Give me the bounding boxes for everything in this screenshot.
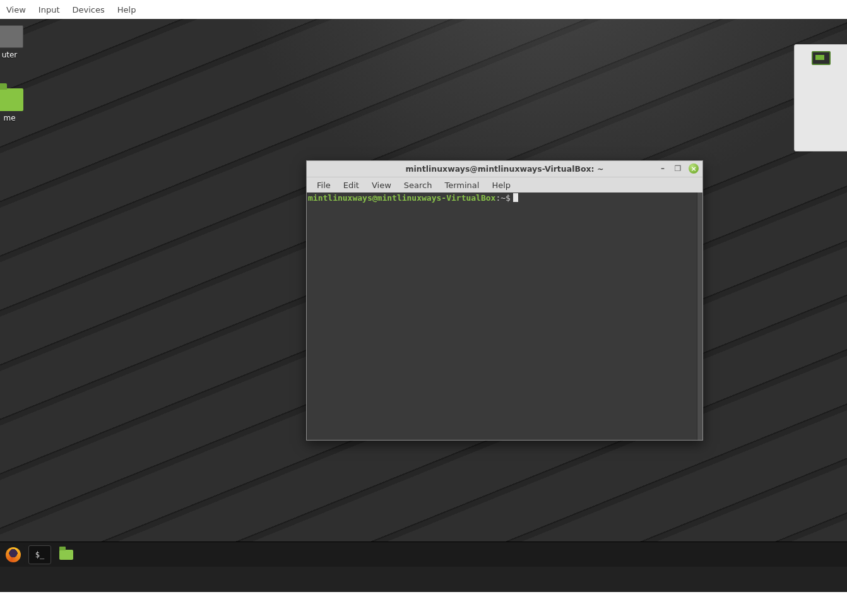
desktop-icon-home-label: me [0, 114, 38, 122]
terminal-menu-search[interactable]: Search [398, 181, 439, 190]
close-button[interactable]: × [689, 163, 699, 174]
desktop-icon-computer-label: uter [0, 50, 38, 59]
prompt-user: mintlinuxways [308, 193, 372, 203]
files-icon [59, 550, 73, 560]
terminal-prompt: mintlinuxways@mintlinuxways-VirtualBox:~… [308, 192, 701, 204]
computer-icon [0, 25, 23, 48]
guest-desktop[interactable]: uter me mintlinuxways@mintlinuxways-Virt… [0, 19, 847, 567]
terminal-scrollbar[interactable] [697, 192, 702, 440]
host-window-bottom-strip [0, 592, 847, 616]
virtualbox-host-menubar: View Input Devices Help [0, 0, 847, 19]
vbox-menu-help[interactable]: Help [111, 5, 143, 15]
panel-launcher-files[interactable] [55, 545, 78, 564]
panel-launcher-firefox[interactable] [2, 545, 25, 564]
prompt-host: mintlinuxways-VirtualBox [377, 193, 496, 203]
terminal-menu-help[interactable]: Help [485, 181, 517, 190]
vm-preview-icon[interactable] [812, 51, 831, 65]
minimize-button[interactable]: – [658, 164, 667, 173]
vbox-menu-view[interactable]: View [0, 5, 32, 15]
terminal-menu-edit[interactable]: Edit [337, 181, 365, 190]
virtualbox-side-toolbar[interactable] [794, 44, 847, 151]
terminal-menu-view[interactable]: View [365, 181, 398, 190]
terminal-menubar: File Edit View Search Terminal Help [307, 177, 702, 192]
terminal-title: mintlinuxways@mintlinuxways-VirtualBox: … [406, 164, 604, 174]
terminal-icon: $_ [35, 550, 44, 559]
prompt-at-symbol: @ [372, 193, 377, 203]
terminal-menu-terminal[interactable]: Terminal [438, 181, 485, 190]
home-folder-icon [0, 88, 23, 111]
terminal-window[interactable]: mintlinuxways@mintlinuxways-VirtualBox: … [306, 160, 703, 441]
maximize-button[interactable]: ❐ [673, 164, 682, 173]
vbox-menu-devices[interactable]: Devices [66, 5, 111, 15]
desktop-icon-computer[interactable]: uter [0, 25, 38, 59]
firefox-icon [6, 547, 21, 562]
terminal-titlebar[interactable]: mintlinuxways@mintlinuxways-VirtualBox: … [307, 161, 702, 177]
vbox-menu-input[interactable]: Input [32, 5, 66, 15]
terminal-menu-file[interactable]: File [311, 181, 337, 190]
terminal-cursor [513, 193, 518, 202]
desktop-icon-home[interactable]: me [0, 88, 38, 122]
window-controls: – ❐ × [658, 163, 699, 174]
panel-launcher-terminal[interactable]: $_ [28, 545, 51, 564]
prompt-path: ~ [500, 193, 506, 203]
guest-panel[interactable]: $_ [0, 542, 847, 567]
terminal-body[interactable]: mintlinuxways@mintlinuxways-VirtualBox:~… [307, 192, 702, 440]
prompt-symbol: $ [506, 193, 511, 203]
